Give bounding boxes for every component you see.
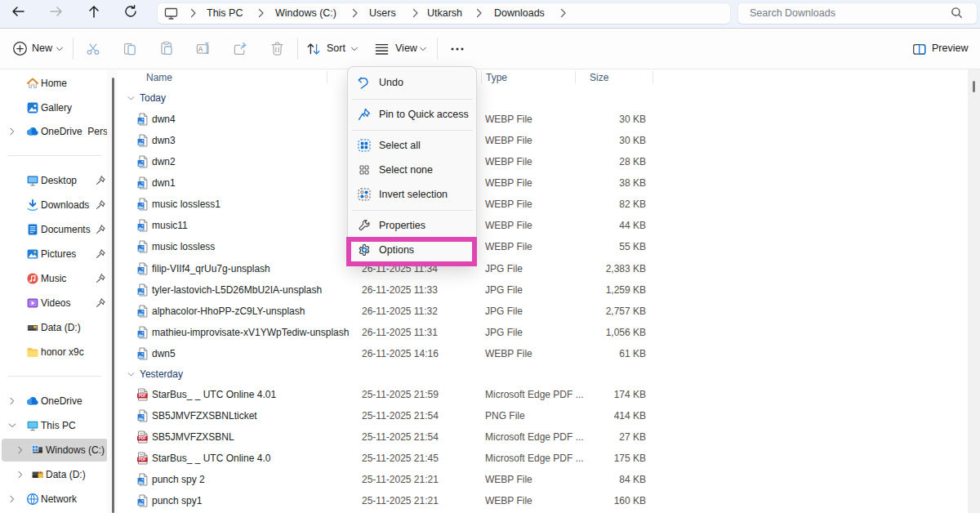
svg-text:A: A [198,45,203,53]
